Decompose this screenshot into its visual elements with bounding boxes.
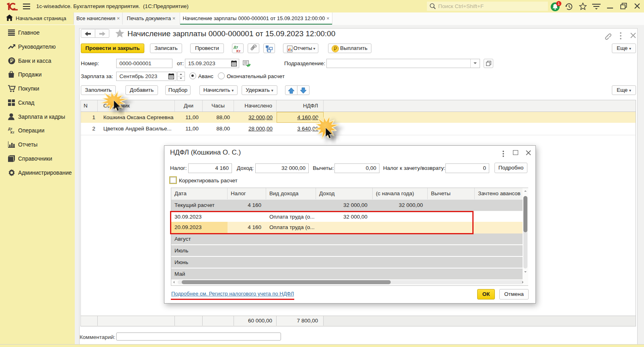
svg-text:1: 1: [558, 1, 560, 6]
svg-text:Кт: Кт: [236, 49, 241, 53]
svg-text:Кт: Кт: [10, 130, 14, 134]
